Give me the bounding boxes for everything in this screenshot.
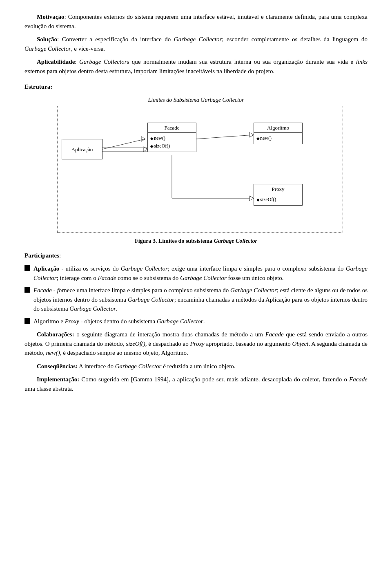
participantes-list: Aplicação - utiliza os serviços do Garba… [24,264,368,326]
svg-marker-4 [143,147,147,152]
implementacao-bold: Implementação: [37,376,79,383]
conseq-bold: Conseqüências: [37,363,78,369]
svg-line-5 [196,135,253,139]
algoritmo-body: new() [254,133,302,144]
aplicacao-label: Aplicação [71,146,93,152]
participante-aplicacao-text: Aplicação - utiliza os serviços do Garba… [33,264,368,282]
motivacao-bold: Motivação [37,13,64,20]
diagram-border: Aplicação Facade new() sizeOf() Algoritm… [57,106,343,233]
algoritmo-method-new: new() [256,134,300,142]
participante-aplicacao: Aplicação - utiliza os serviços do Garba… [24,264,368,282]
facade-method-sizeof: sizeOf() [150,142,194,150]
facade-method-new: new() [150,134,194,142]
aplicabilidade-bold: Aplicabilidade [37,58,75,65]
participante-algoritmo-proxy-text: Algoritmo e Proxy - objetos dentro do su… [33,317,205,326]
svg-marker-6 [249,132,254,137]
participante-facade: Facade - fornece uma interface limpa e s… [24,286,368,313]
solucao-bold: Solução [37,36,57,43]
figura-caption: Figura 3. Limites do subsistema Garbage … [24,237,368,245]
proxy-box: Proxy sizeOf() [254,184,303,206]
diagram-area: Limites do Subsistema Garbage Collector [49,96,343,233]
bullet-algoritmo-proxy [24,318,30,324]
conseq-text: A interface do Garbage Collector é reduz… [78,363,236,369]
bullet-aplicacao [24,265,30,271]
aplicacao-box: Aplicação [62,139,102,159]
para-motivacao: Motivação: Componentes externos do siste… [24,12,368,31]
algoritmo-box: Algoritmo new() [254,123,303,145]
svg-line-0 [102,139,145,149]
algoritmo-title: Algoritmo [254,123,302,133]
para-colaboracoes: Colaborações: o seguinte diagrama de int… [24,330,368,358]
para-conseq: Conseqüências: A interface do Garbage Co… [24,362,368,371]
figura-caption-text: Figura 3. Limites do subsistema Garbage … [135,238,257,244]
bullet-facade [24,287,30,293]
colaboracoes-bold: Colaborações: [37,331,74,338]
facade-box: Facade new() sizeOf() [147,123,196,152]
solucao-text1: : Converter a especificação da interface… [24,36,368,52]
diagram-title: Limites do Subsistema Garbage Collector [49,96,343,104]
facade-title: Facade [148,123,196,133]
colaboracoes-text: o seguinte diagrama de interação mostra … [24,331,368,356]
para-implementacao: Implementação: Como sugerida em [Gamma 1… [24,375,368,393]
facade-body: new() sizeOf() [148,133,196,152]
proxy-title: Proxy [254,184,302,195]
proxy-method-sizeof: sizeOf() [256,196,300,204]
para-aplicabilidade: Aplicabilidade: Garbage Collectors que n… [24,57,368,76]
page-content: Motivação: Componentes externos do siste… [24,12,368,393]
motivacao-text: : Componentes externos do sistema requer… [24,13,368,29]
estrutura-label-text: Estrutura: [24,83,52,90]
participante-algoritmo-proxy: Algoritmo e Proxy - objetos dentro do su… [24,317,368,326]
participante-facade-text: Facade - fornece uma interface limpa e s… [33,286,368,313]
svg-marker-1 [141,137,145,141]
aplicabilidade-text: : Garbage Collectors que normalmente mud… [24,58,368,74]
participantes-heading: Participantes: [24,251,368,260]
para-solucao: Solução: Converter a especificação da in… [24,35,368,53]
svg-marker-9 [249,196,254,201]
estrutura-heading: Estrutura: [24,82,368,92]
proxy-body: sizeOf() [254,194,302,205]
